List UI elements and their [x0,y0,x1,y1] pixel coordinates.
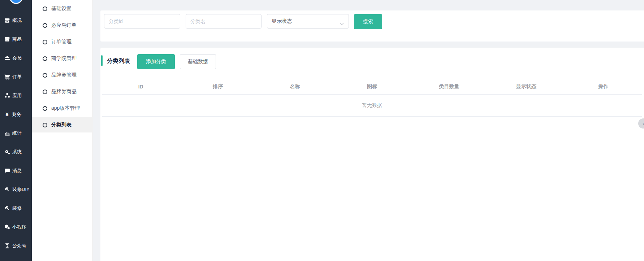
app-logo [9,0,23,4]
circle-bullet-icon [43,123,47,127]
submenu-item-order-manage[interactable]: 订单管理 [32,34,93,49]
submenu-item-label: 订单管理 [51,39,72,45]
display-status-select[interactable]: 显示状态 [267,14,349,29]
chevron-down-icon [340,21,344,26]
cubes-icon [4,93,10,99]
display-status-select-value: 显示状态 [272,18,292,25]
sidebar-item-decorate-diy[interactable]: 装修DIY [0,180,32,199]
sidebar-item-label: 财务 [12,111,22,118]
sidebar-item-label: 概况 [12,17,22,24]
hourglass-icon [4,243,10,249]
circle-bullet-icon [43,56,47,61]
sidebar-item-label: 统计 [12,130,22,136]
table-header-cell: 排序 [179,83,256,90]
submenu-item-basic-settings[interactable]: 基础设置 [32,1,93,16]
sidebar-item-label: 装修 [12,205,22,212]
table-header-cell: 类目数量 [411,83,488,90]
add-category-button[interactable]: 添加分类 [137,54,175,69]
gears-icon [4,149,10,155]
sidebar-item-members[interactable]: 会员 [0,49,32,68]
search-button[interactable]: 搜索 [354,14,382,29]
sidebar-item-official[interactable]: 公众号 [0,236,32,255]
submenu-item-academy-manage[interactable]: 商学院管理 [32,51,93,66]
submenu-item-label: 基础设置 [51,5,72,12]
circle-bullet-icon [43,73,47,78]
category-id-input[interactable] [104,14,180,29]
table-header-cell: 图标 [333,83,410,90]
chevron-left-icon: ‹ [643,121,644,126]
submenu-item-label: 商学院管理 [51,55,77,62]
sidebar-item-label: 公众号 [12,243,26,249]
circle-bullet-icon [43,90,47,94]
circle-bullet-icon [43,23,47,28]
submenu-item-label: 必应鸟订单 [51,22,77,29]
admin-screen: 概况商品会员订单应用¥财务统计系统消息装修DIY装修小程序公众号 基础设置必应鸟… [0,0,644,261]
submenu-item-brand-coupon[interactable]: 品牌券管理 [32,68,93,83]
sidebar-item-system[interactable]: 系统 [0,143,32,161]
overview-icon [4,18,10,23]
sidebar-item-orders[interactable]: 订单 [0,68,32,86]
submenu-item-brand-goods[interactable]: 品牌券商品 [32,84,93,99]
circle-bullet-icon [43,106,47,111]
submenu-item-label: 品牌券商品 [51,88,77,95]
table-header-row: ID排序名称图标类目数量显示状态操作 [102,79,642,95]
base-data-button[interactable]: 基础数据 [180,54,216,69]
sidebar-item-messages[interactable]: 消息 [0,161,32,180]
hammer-icon [4,187,10,192]
sidebar-item-label: 应用 [12,92,22,99]
table-header-cell: ID [102,84,179,90]
sidebar-item-apps[interactable]: 应用 [0,86,32,105]
panel-accent-bar [101,55,103,66]
bar-chart-icon [4,130,10,136]
sidebar-item-label: 商品 [12,36,22,43]
sidebar-item-goods[interactable]: 商品 [0,30,32,49]
sidebar-item-label: 装修DIY [12,186,30,193]
search-filter-card: 显示状态 搜索 [100,10,644,42]
table-empty-row: 暂无数据 [102,95,642,117]
sidebar-item-decorate[interactable]: 装修 [0,199,32,218]
wechat-icon [4,224,10,230]
submenu-item-label: 分类列表 [51,122,72,128]
sidebar-item-label: 订单 [12,74,22,80]
circle-bullet-icon [43,6,47,11]
category-list-panel: 分类列表 添加分类 基础数据 ID排序名称图标类目数量显示状态操作 暂无数据 [100,48,644,261]
submenu-item-bingbird-orders[interactable]: 必应鸟订单 [32,18,93,33]
submenu-item-category-list[interactable]: 分类列表 [32,117,93,132]
sidebar-item-label: 系统 [12,149,22,155]
submenu-item-label: 品牌券管理 [51,72,77,78]
sidebar-item-label: 消息 [12,168,22,174]
submenu-item-label: app版本管理 [51,105,80,112]
panel-title: 分类列表 [107,57,130,65]
table-header-cell: 显示状态 [488,83,565,90]
category-name-input[interactable] [186,14,262,29]
table-header-cell: 操作 [565,83,642,90]
sidebar-item-overview[interactable]: 概况 [0,11,32,30]
members-icon [4,55,10,61]
submenu-panel: 基础设置必应鸟订单订单管理商学院管理品牌券管理品牌券商品app版本管理分类列表 [32,0,93,261]
sidebar-item-label: 会员 [12,55,22,61]
yen-icon: ¥ [4,112,10,117]
main-sidebar: 概况商品会员订单应用¥财务统计系统消息装修DIY装修小程序公众号 [0,0,32,261]
sidebar-item-finance[interactable]: ¥财务 [0,105,32,124]
hammer-icon [4,205,10,211]
sidebar-item-miniprogram[interactable]: 小程序 [0,218,32,236]
circle-bullet-icon [43,40,47,44]
sidebar-item-label: 小程序 [12,224,26,230]
table-header-cell: 名称 [256,83,333,90]
sidebar-item-stats[interactable]: 统计 [0,124,32,143]
goods-icon [4,36,10,42]
submenu-item-app-version[interactable]: app版本管理 [32,101,93,116]
cart-icon [4,74,10,80]
empty-text: 暂无数据 [362,102,382,109]
comment-icon [4,168,10,174]
category-table: ID排序名称图标类目数量显示状态操作 暂无数据 [102,79,642,117]
